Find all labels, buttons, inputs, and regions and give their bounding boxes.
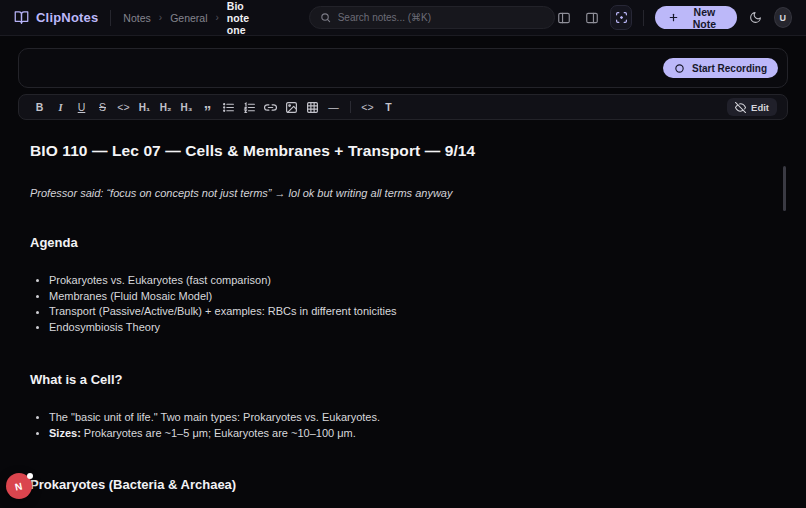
bullet-list-icon: [222, 101, 235, 114]
list-item: The "basic unit of life." Two main types…: [30, 410, 776, 426]
section-heading: Agenda: [30, 235, 776, 250]
status-dot: [27, 473, 33, 479]
strikethrough-button[interactable]: S: [92, 97, 113, 117]
chevron-right-icon: ›: [216, 12, 219, 23]
link-button[interactable]: [260, 97, 281, 117]
theme-toggle-button[interactable]: [746, 7, 765, 29]
list-item: Transport (Passive/Active/Bulk) + exampl…: [30, 304, 776, 320]
inline-code-button[interactable]: <>: [113, 97, 134, 117]
header-actions: New Note U: [555, 5, 792, 30]
image-button[interactable]: [281, 97, 302, 117]
bullet-list: The "basic unit of life." Two main types…: [30, 410, 776, 441]
list-item: Prokaryotes vs. Eukaryotes (fast compari…: [30, 273, 776, 289]
image-icon: [285, 101, 298, 114]
horizontal-rule-button[interactable]: —: [323, 97, 344, 117]
main-area: Start Recording B I U S <> H₁ H₂ H₃ ”: [0, 36, 806, 508]
new-note-label: New Note: [685, 6, 724, 30]
recording-bar: Start Recording: [18, 48, 788, 88]
floating-avatar-bubble[interactable]: N: [6, 473, 32, 499]
header-divider: [643, 10, 644, 26]
breadcrumb: Notes › General › Bio note one: [123, 0, 268, 36]
app-logo[interactable]: ClipNotes: [14, 10, 98, 25]
new-note-button[interactable]: New Note: [655, 6, 737, 29]
search-bar[interactable]: [309, 6, 555, 29]
ordered-list-button[interactable]: [239, 97, 260, 117]
scan-icon: [615, 11, 628, 24]
edit-mode-toggle-button[interactable]: Edit: [727, 98, 777, 116]
bullet-list: Prokaryotes vs. Eukaryotes (fast compari…: [30, 273, 776, 336]
eye-off-icon: [735, 102, 746, 113]
focus-scan-button[interactable]: [610, 5, 632, 30]
note-title: BIO 110 — Lec 07 — Cells & Membranes + T…: [30, 142, 776, 160]
floating-avatar-initial: N: [14, 480, 23, 492]
breadcrumb-current-note[interactable]: Bio note one: [227, 0, 269, 36]
heading2-button[interactable]: H₂: [155, 97, 176, 117]
ordered-list-icon: [243, 101, 256, 114]
start-recording-label: Start Recording: [692, 63, 767, 74]
bullet-list-button[interactable]: [218, 97, 239, 117]
search-icon: [320, 12, 331, 23]
edit-label: Edit: [751, 102, 769, 113]
scrollbar-thumb[interactable]: [783, 166, 786, 211]
underline-button[interactable]: U: [71, 97, 92, 117]
blockquote-button[interactable]: ”: [197, 97, 218, 117]
section-heading: What is a Cell?: [30, 372, 776, 387]
breadcrumb-general[interactable]: General: [170, 12, 207, 24]
italic-button[interactable]: I: [50, 97, 71, 117]
list-item: Membranes (Fluid Mosaic Model): [30, 289, 776, 305]
link-icon: [264, 101, 277, 114]
record-circle-icon: [674, 63, 685, 74]
chevron-right-icon: ›: [159, 12, 162, 23]
text-format-button[interactable]: T: [378, 97, 399, 117]
section-heading: Prokaryotes (Bacteria & Archaea): [30, 477, 776, 492]
header-divider: [110, 10, 111, 26]
format-toolbar: B I U S <> H₁ H₂ H₃ ”: [18, 94, 788, 120]
list-item: Endosymbiosis Theory: [30, 320, 776, 336]
breadcrumb-notes[interactable]: Notes: [123, 12, 150, 24]
table-button[interactable]: [302, 97, 323, 117]
start-recording-button[interactable]: Start Recording: [663, 58, 778, 78]
search-input[interactable]: [338, 12, 544, 23]
plus-icon: [668, 12, 679, 23]
right-panel-toggle-button[interactable]: [583, 7, 602, 29]
book-icon: [14, 10, 29, 25]
code-block-button[interactable]: <>: [357, 97, 378, 117]
heading3-button[interactable]: H₃: [176, 97, 197, 117]
header: ClipNotes Notes › General › Bio note one: [0, 0, 806, 36]
app-name: ClipNotes: [36, 10, 98, 25]
toolbar-divider: [350, 101, 351, 113]
bold-button[interactable]: B: [29, 97, 50, 117]
table-icon: [306, 101, 319, 114]
user-avatar[interactable]: U: [774, 7, 792, 28]
list-item: Sizes: Prokaryotes are ~1–5 μm; Eukaryot…: [30, 426, 776, 442]
heading1-button[interactable]: H₁: [134, 97, 155, 117]
moon-icon: [749, 11, 762, 24]
note-italic-line: Professor said: “focus on concepts not j…: [30, 187, 776, 199]
note-editor[interactable]: BIO 110 — Lec 07 — Cells & Membranes + T…: [18, 142, 788, 492]
left-panel-toggle-button[interactable]: [555, 7, 574, 29]
document-sections: AgendaProkaryotes vs. Eukaryotes (fast c…: [30, 235, 776, 492]
